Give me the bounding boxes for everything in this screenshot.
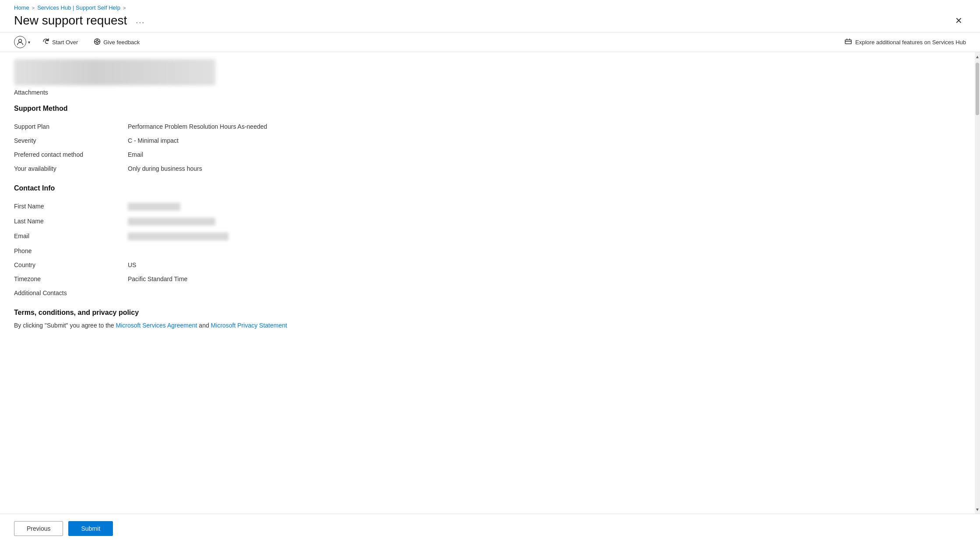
user-chevron-icon: ▾ — [28, 40, 30, 45]
give-feedback-button[interactable]: Give feedback — [90, 36, 143, 48]
breadcrumb-home[interactable]: Home — [14, 4, 29, 11]
scroll-down-arrow[interactable]: ▼ — [975, 505, 980, 514]
feedback-icon — [94, 38, 101, 46]
contact-info-heading: Contact Info — [14, 184, 961, 192]
terms-heading: Terms, conditions, and privacy policy — [14, 309, 961, 317]
additional-contacts-row: Additional Contacts — [14, 286, 961, 300]
availability-value: Only during business hours — [128, 165, 961, 172]
severity-row: Severity C - Minimal impact — [14, 134, 961, 148]
email-value-blurred — [128, 233, 228, 240]
breadcrumb-sep2: > — [123, 5, 126, 11]
breadcrumb-sep1: > — [32, 5, 35, 11]
first-name-value-blurred — [128, 203, 180, 211]
attachments-label: Attachments — [14, 89, 961, 96]
explore-features-link[interactable]: Explore additional features on Services … — [845, 38, 966, 46]
svg-point-0 — [19, 39, 22, 42]
support-plan-label: Support Plan — [14, 123, 128, 130]
last-name-row: Last Name — [14, 214, 961, 229]
contact-method-value: Email — [128, 151, 961, 158]
support-method-heading: Support Method — [14, 105, 961, 113]
svg-rect-7 — [845, 40, 851, 44]
explore-features-text: Explore additional features on Services … — [855, 39, 966, 46]
toolbar: ▾ Start Over — [0, 32, 980, 52]
timezone-row: Timezone Pacific Standard Time — [14, 272, 961, 286]
user-icon — [14, 36, 26, 48]
user-menu[interactable]: ▾ — [14, 36, 30, 48]
first-name-label: First Name — [14, 203, 128, 210]
refresh-icon — [42, 38, 49, 46]
start-over-button[interactable]: Start Over — [39, 36, 81, 48]
country-label: Country — [14, 261, 128, 268]
scroll-thumb[interactable] — [976, 63, 979, 115]
start-over-label: Start Over — [52, 39, 78, 46]
availability-row: Your availability Only during business h… — [14, 162, 961, 176]
terms-text: By clicking "Submit" you agree to the Mi… — [14, 322, 961, 329]
first-name-row: First Name — [14, 199, 961, 214]
footer: Previous Submit — [0, 514, 980, 543]
breadcrumb-services-hub[interactable]: Services Hub | Support Self Help — [37, 4, 120, 11]
submit-button[interactable]: Submit — [68, 521, 113, 536]
email-label: Email — [14, 233, 128, 240]
microsoft-services-agreement-link[interactable]: Microsoft Services Agreement — [116, 322, 197, 329]
page-title: New support request — [14, 14, 127, 28]
support-plan-row: Support Plan Performance Problem Resolut… — [14, 120, 961, 134]
scrollbar-rail: ▲ ▼ — [975, 52, 980, 514]
timezone-value: Pacific Standard Time — [128, 275, 961, 282]
terms-conjunction: and — [197, 322, 211, 329]
phone-label: Phone — [14, 247, 128, 254]
contact-method-label: Preferred contact method — [14, 151, 128, 158]
severity-label: Severity — [14, 137, 128, 144]
main-scroll-area[interactable]: Attachments Support Method Support Plan … — [0, 52, 975, 514]
support-method-fields: Support Plan Performance Problem Resolut… — [14, 120, 961, 176]
severity-value: C - Minimal impact — [128, 137, 961, 144]
svg-point-2 — [96, 40, 98, 42]
breadcrumb: Home > Services Hub | Support Self Help … — [14, 4, 966, 11]
terms-prefix: By clicking "Submit" you agree to the — [14, 322, 116, 329]
contact-method-row: Preferred contact method Email — [14, 148, 961, 162]
scroll-up-arrow[interactable]: ▲ — [975, 52, 980, 61]
phone-row: Phone — [14, 244, 961, 258]
microsoft-privacy-statement-link[interactable]: Microsoft Privacy Statement — [211, 322, 287, 329]
contact-info-fields: First Name Last Name Email Phone — [14, 199, 961, 300]
email-row: Email — [14, 229, 961, 244]
page-options-dots[interactable]: ... — [136, 16, 145, 25]
explore-icon — [845, 38, 852, 46]
give-feedback-label: Give feedback — [103, 39, 140, 46]
timezone-label: Timezone — [14, 275, 128, 282]
availability-label: Your availability — [14, 165, 128, 172]
additional-contacts-label: Additional Contacts — [14, 289, 128, 296]
last-name-label: Last Name — [14, 218, 128, 225]
close-button[interactable]: ✕ — [952, 14, 966, 28]
country-row: Country US — [14, 258, 961, 272]
previous-button[interactable]: Previous — [14, 521, 63, 536]
country-value: US — [128, 261, 961, 268]
attachment-blurred-content — [14, 59, 215, 85]
support-plan-value: Performance Problem Resolution Hours As-… — [128, 123, 961, 130]
last-name-value-blurred — [128, 218, 215, 226]
